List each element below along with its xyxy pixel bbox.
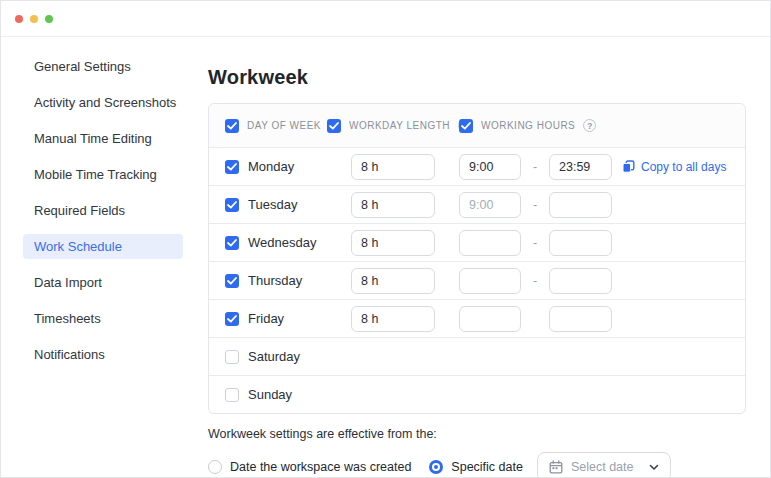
- workday-length-checkbox[interactable]: [327, 119, 341, 133]
- wednesday-length-input[interactable]: [351, 230, 435, 256]
- check-icon: [227, 163, 237, 171]
- select-date-dropdown[interactable]: Select date: [537, 452, 672, 478]
- maximize-window-icon[interactable]: [45, 15, 53, 23]
- radio-icon-selected[interactable]: [429, 460, 443, 474]
- day-label: Monday: [248, 159, 294, 174]
- radio-label: Date the workspace was created: [230, 460, 411, 474]
- column-label: WORKDAY LENGTH: [349, 120, 450, 131]
- saturday-checkbox[interactable]: [225, 350, 239, 364]
- app-window: General Settings Activity and Screenshot…: [0, 0, 771, 478]
- sidebar-item-work-schedule[interactable]: Work Schedule: [23, 234, 183, 259]
- table-row-sunday: Sunday: [209, 375, 745, 413]
- check-icon: [329, 122, 339, 130]
- check-icon: [461, 122, 471, 130]
- table-row-monday: Monday - Copy to all days: [209, 147, 745, 185]
- effective-from-label: Workweek settings are effective from the…: [208, 427, 746, 441]
- radio-specific-date[interactable]: Specific date: [429, 460, 523, 474]
- sidebar-item-notifications[interactable]: Notifications: [23, 342, 183, 367]
- day-label: Thursday: [248, 273, 302, 288]
- thursday-end-input[interactable]: [549, 268, 612, 294]
- day-of-week-checkbox[interactable]: [225, 119, 239, 133]
- thursday-checkbox[interactable]: [225, 274, 239, 288]
- sidebar-item-data-import[interactable]: Data Import: [23, 270, 183, 295]
- thursday-length-input[interactable]: [351, 268, 435, 294]
- friday-start-input[interactable]: [459, 306, 521, 332]
- wednesday-end-input[interactable]: [549, 230, 612, 256]
- workweek-panel: Workweek DAY OF WEEK WORKDAY LENGT: [208, 37, 746, 478]
- range-dash: -: [521, 160, 549, 174]
- day-label: Friday: [248, 311, 284, 326]
- table-row-wednesday: Wednesday -: [209, 223, 745, 261]
- working-hours-checkbox[interactable]: [459, 119, 473, 133]
- table-row-saturday: Saturday: [209, 337, 745, 375]
- sidebar-item-activity-and-screenshots[interactable]: Activity and Screenshots: [23, 90, 183, 115]
- friday-length-input[interactable]: [351, 306, 435, 332]
- column-working-hours: WORKING HOURS ?: [459, 104, 596, 147]
- sidebar-item-mobile-time-tracking[interactable]: Mobile Time Tracking: [23, 162, 183, 187]
- range-dash: -: [521, 236, 549, 250]
- tuesday-length-input[interactable]: [351, 192, 435, 218]
- minimize-window-icon[interactable]: [30, 15, 38, 23]
- radio-workspace-created[interactable]: Date the workspace was created: [208, 460, 411, 474]
- range-dash: -: [521, 274, 549, 288]
- monday-length-input[interactable]: [351, 154, 435, 180]
- table-row-tuesday: Tuesday -: [209, 185, 745, 223]
- day-label: Tuesday: [248, 197, 297, 212]
- sidebar-item-manual-time-editing[interactable]: Manual Time Editing: [23, 126, 183, 151]
- tuesday-start-input[interactable]: [459, 192, 521, 218]
- table-header-row: DAY OF WEEK WORKDAY LENGTH ? WORKING H: [209, 104, 745, 147]
- page-title: Workweek: [208, 66, 746, 89]
- range-dash: -: [521, 198, 549, 212]
- check-icon: [227, 315, 237, 323]
- radio-icon[interactable]: [208, 460, 222, 474]
- day-label: Sunday: [248, 387, 292, 402]
- window-titlebar: [1, 1, 770, 37]
- column-workday-length: WORKDAY LENGTH ?: [327, 104, 471, 147]
- copy-to-all-days-link[interactable]: Copy to all days: [622, 160, 726, 174]
- monday-end-input[interactable]: [549, 154, 612, 180]
- check-icon: [227, 239, 237, 247]
- wednesday-start-input[interactable]: [459, 230, 521, 256]
- monday-start-input[interactable]: [459, 154, 521, 180]
- tuesday-checkbox[interactable]: [225, 198, 239, 212]
- settings-sidebar: General Settings Activity and Screenshot…: [1, 37, 208, 478]
- sunday-checkbox[interactable]: [225, 388, 239, 402]
- chevron-down-icon: [649, 464, 659, 471]
- column-label: WORKING HOURS: [481, 120, 575, 131]
- day-label: Saturday: [248, 349, 300, 364]
- tuesday-end-input[interactable]: [549, 192, 612, 218]
- wednesday-checkbox[interactable]: [225, 236, 239, 250]
- select-date-placeholder: Select date: [571, 460, 634, 474]
- table-row-thursday: Thursday -: [209, 261, 745, 299]
- workweek-table: DAY OF WEEK WORKDAY LENGTH ? WORKING H: [208, 103, 746, 414]
- sidebar-item-required-fields[interactable]: Required Fields: [23, 198, 183, 223]
- sidebar-item-general-settings[interactable]: General Settings: [23, 54, 183, 79]
- copy-icon: [622, 160, 635, 173]
- column-label: DAY OF WEEK: [247, 120, 321, 131]
- friday-end-input[interactable]: [549, 306, 612, 332]
- thursday-start-input[interactable]: [459, 268, 521, 294]
- check-icon: [227, 201, 237, 209]
- sidebar-item-timesheets[interactable]: Timesheets: [23, 306, 183, 331]
- effective-from-options: Date the workspace was created Specific …: [208, 452, 746, 478]
- calendar-icon: [549, 460, 563, 474]
- help-icon[interactable]: ?: [583, 119, 596, 132]
- table-row-friday: Friday: [209, 299, 745, 337]
- close-window-icon[interactable]: [15, 15, 23, 23]
- friday-checkbox[interactable]: [225, 312, 239, 326]
- check-icon: [227, 122, 237, 130]
- monday-checkbox[interactable]: [225, 160, 239, 174]
- day-label: Wednesday: [248, 235, 316, 250]
- radio-label: Specific date: [451, 460, 523, 474]
- check-icon: [227, 277, 237, 285]
- copy-link-label: Copy to all days: [641, 160, 726, 174]
- column-day-of-week: DAY OF WEEK: [225, 104, 321, 147]
